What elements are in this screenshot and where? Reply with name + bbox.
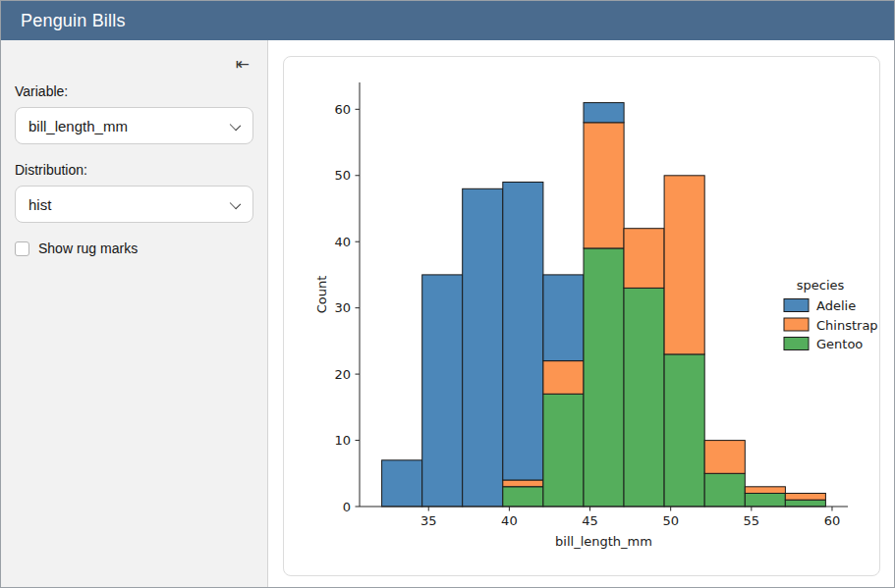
bar-segment-chinstrap — [543, 361, 584, 395]
sidebar-collapse-icon[interactable]: ⇤ — [232, 52, 253, 76]
app-window: Penguin Bills ⇤ Variable: bill_length_mm… — [0, 0, 895, 588]
bar-segment-gentoo — [584, 248, 624, 507]
main-panel: 3540455055600102030405060bill_length_mmC… — [268, 40, 894, 587]
histogram-plot: 3540455055600102030405060bill_length_mmC… — [284, 57, 879, 575]
bar-segment-adelie — [584, 103, 624, 123]
app-header: Penguin Bills — [1, 1, 894, 40]
legend-swatch-adelie — [784, 299, 809, 312]
x-tick-label: 50 — [662, 513, 679, 528]
bar-segment-chinstrap — [503, 480, 543, 487]
y-tick-label: 0 — [343, 500, 351, 514]
bar-segment-gentoo — [664, 354, 704, 507]
plot-card: 3540455055600102030405060bill_length_mmC… — [283, 56, 880, 576]
x-tick-label: 60 — [824, 513, 841, 528]
legend-swatch-chinstrap — [784, 318, 809, 331]
page-title: Penguin Bills — [21, 11, 126, 31]
bar-segment-adelie — [422, 275, 463, 507]
bar-segment-adelie — [463, 188, 503, 507]
rug-checkbox-row: Show rug marks — [15, 241, 253, 256]
bar-segment-chinstrap — [704, 441, 745, 474]
legend-title: species — [797, 278, 845, 293]
legend-label: Chinstrap — [816, 318, 878, 333]
bar-segment-adelie — [503, 183, 543, 481]
x-axis-label: bill_length_mm — [555, 534, 652, 549]
bar-segment-chinstrap — [745, 487, 785, 494]
show-rug-label: Show rug marks — [38, 241, 138, 256]
bar-segment-gentoo — [503, 487, 543, 507]
y-axis-label: Count — [314, 276, 329, 314]
bar-segment-chinstrap — [624, 229, 664, 289]
y-tick-label: 40 — [334, 235, 351, 249]
variable-select[interactable]: bill_length_mm — [15, 107, 253, 144]
bar-segment-adelie — [543, 275, 584, 361]
y-tick-label: 60 — [334, 102, 351, 117]
show-rug-checkbox[interactable] — [15, 241, 29, 256]
x-tick-label: 35 — [420, 513, 437, 528]
content-area: ⇤ Variable: bill_length_mm Distribution:… — [1, 40, 894, 587]
variable-label: Variable: — [15, 83, 253, 99]
bar-segment-adelie — [382, 460, 422, 507]
x-tick-label: 55 — [744, 513, 760, 528]
distribution-select-wrap: hist — [15, 186, 253, 223]
variable-select-wrap: bill_length_mm — [15, 107, 253, 144]
bar-segment-gentoo — [543, 394, 584, 507]
distribution-label: Distribution: — [15, 162, 253, 178]
y-tick-label: 20 — [334, 367, 351, 382]
bar-segment-chinstrap — [785, 494, 825, 501]
legend-swatch-gentoo — [784, 338, 809, 350]
sidebar-collapse-row: ⇤ — [15, 52, 253, 76]
distribution-select[interactable]: hist — [15, 186, 253, 223]
x-tick-label: 40 — [501, 513, 518, 528]
bar-segment-gentoo — [624, 288, 664, 507]
y-tick-label: 30 — [334, 300, 351, 315]
bar-segment-gentoo — [785, 500, 825, 507]
bar-segment-gentoo — [704, 473, 745, 507]
legend-label: Gentoo — [816, 337, 863, 351]
bar-segment-gentoo — [745, 494, 785, 508]
legend-label: Adelie — [816, 298, 856, 313]
x-tick-label: 45 — [582, 513, 598, 528]
y-tick-label: 10 — [334, 433, 351, 448]
sidebar: ⇤ Variable: bill_length_mm Distribution:… — [1, 40, 268, 587]
y-tick-label: 50 — [334, 168, 351, 183]
bar-segment-chinstrap — [584, 123, 624, 248]
bar-segment-chinstrap — [664, 176, 704, 354]
